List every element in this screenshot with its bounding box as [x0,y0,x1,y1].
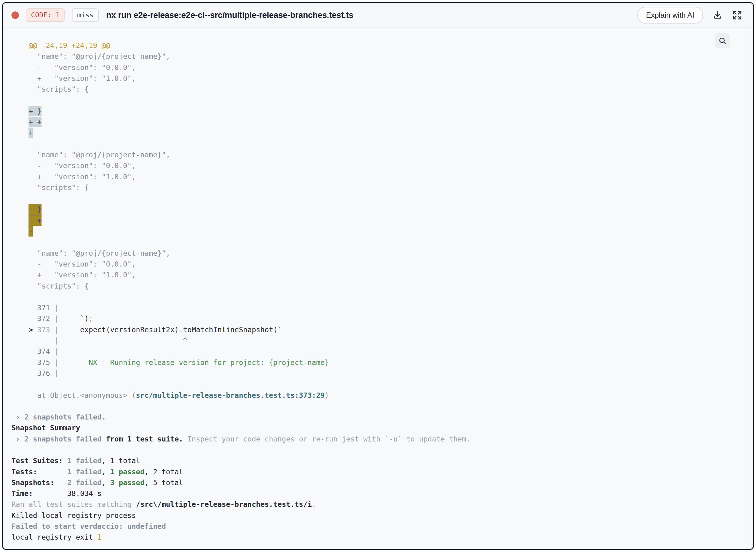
terminal-line: local registry exit 1 [11,532,741,543]
terminal-line: Time: 38.034 s [11,488,741,499]
terminal-line: + "version": "1.0.0", [11,171,741,182]
log-viewer-window: CODE: 1 miss nx run e2e-release:e2e-ci--… [2,2,754,550]
terminal-line: + "version": "1.0.0", [11,270,741,280]
terminal-line: > 373 | expect(versionResult2x).toMatchI… [11,324,741,335]
terminal-line [11,139,741,150]
terminal-line: + } [11,106,741,117]
topbar-actions: Explain with AI [637,7,745,23]
terminal-line: + + [11,117,741,128]
search-button[interactable] [715,33,730,48]
terminal-line: 374 | [11,346,741,357]
status-dot-icon [11,11,19,19]
terminal-line: - [11,226,741,237]
terminal-line: + [11,128,741,138]
terminal-line: - } [11,204,741,215]
terminal-line: › 2 snapshots failed from 1 test suite. … [11,434,741,444]
terminal-line: Snapshots: 2 failed, 3 passed, 5 total [11,477,741,488]
terminal-line [11,379,741,390]
fullscreen-button[interactable] [732,10,742,20]
search-icon [718,36,727,45]
terminal-line: Tests: 1 failed, 1 passed, 2 total [11,466,741,477]
terminal-line: Killed local registry process [11,510,741,521]
terminal-line: "name": "@proj/{project-name}", [11,51,741,62]
terminal-line: at Object.<anonymous> (src/multiple-rele… [11,390,741,401]
terminal-line: Test Suites: 1 failed, 1 total [11,455,741,466]
terminal-line: "scripts": { [11,182,741,193]
terminal-line: | ^ [11,335,741,346]
download-icon [712,10,723,20]
task-title: nx run e2e-release:e2e-ci--src/multiple-… [106,11,631,20]
download-button[interactable] [712,10,723,20]
terminal-line: Ran all test suites matching /src\/multi… [11,499,741,510]
terminal-line: 376 | [11,368,741,379]
terminal-line: + "version": "1.0.0", [11,73,741,84]
terminal-line: "scripts": { [11,281,741,292]
topbar: CODE: 1 miss nx run e2e-release:e2e-ci--… [3,3,753,28]
terminal-line: "scripts": { [11,84,741,95]
terminal-line: - "version": "0.0.0", [11,259,741,270]
terminal-line: "name": "@proj/{project-name}", [11,150,741,160]
terminal-line [11,237,741,248]
terminal-line [11,95,741,106]
terminal-line: @@ -24,19 +24,19 @@ [11,40,741,51]
terminal-line [11,401,741,412]
exit-code-badge: CODE: 1 [26,8,65,22]
terminal-line: - "version": "0.0.0", [11,160,741,171]
terminal-line: - "version": "0.0.0", [11,62,741,73]
fullscreen-icon [732,10,742,20]
terminal-line [11,193,741,204]
terminal-line: "name": "@proj/{project-name}", [11,248,741,259]
terminal-line: 372 | `); [11,313,741,324]
explain-with-ai-button[interactable]: Explain with AI [637,7,703,23]
terminal-line: 375 | NX Running release version for pro… [11,357,741,368]
terminal-line [11,292,741,302]
terminal-log: @@ -24,19 +24,19 @@ "name": "@proj/{proj… [3,28,753,550]
terminal-line: › 2 snapshots failed. [11,412,741,423]
terminal-line: - + [11,215,741,226]
terminal-line: Snapshot Summary [11,423,741,433]
terminal-line: Failed to start verdaccio: undefined [11,521,741,532]
terminal-line: 371 | [11,302,741,313]
terminal-output-panel: @@ -24,19 +24,19 @@ "name": "@proj/{proj… [3,28,753,550]
terminal-line [11,444,741,455]
cache-miss-badge: miss [72,8,99,22]
